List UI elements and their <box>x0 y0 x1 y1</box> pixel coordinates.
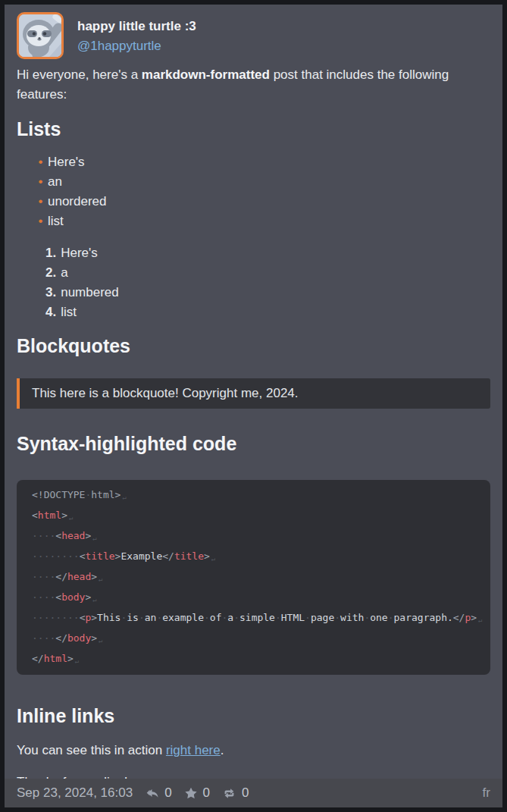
intro-paragraph: Hi everyone, here's a markdown-formatted… <box>17 65 490 105</box>
list-item-number: 4. <box>45 305 56 319</box>
code-line: ····</body>↵ <box>32 629 475 650</box>
code-line: <!DOCTYPE·html>↵ <box>32 486 475 506</box>
code-line: <html>↵ <box>32 506 475 527</box>
list-item-text: list <box>48 212 64 231</box>
list-item: 2.a <box>17 263 490 283</box>
intro-bold-text: markdown-formatted <box>142 67 270 82</box>
author-display-name: happy little turtle :3 <box>77 17 196 36</box>
list-item-number: 1. <box>45 246 56 260</box>
sloth-avatar-image <box>19 14 61 57</box>
author-meta: happy little turtle :3 @1happyturtle <box>77 14 196 59</box>
bullet-marker: • <box>33 152 48 172</box>
intro-text-before: Hi everyone, here's a <box>17 67 142 82</box>
heading-inline-links: Inline links <box>17 705 490 727</box>
newline-marker: ↵ <box>211 555 215 563</box>
post-header: happy little turtle :3 @1happyturtle <box>17 12 490 59</box>
language-tag: fr <box>483 785 490 801</box>
heading-lists: Lists <box>17 118 490 140</box>
list-item-text: an <box>48 172 62 192</box>
reply-icon <box>145 786 159 801</box>
link-text-after: . <box>221 743 224 757</box>
list-item: 4.list <box>17 303 490 322</box>
bullet-marker: • <box>33 212 48 231</box>
unordered-list: •Here's•an•unordered•list <box>17 152 490 231</box>
list-item-text: a <box>61 265 67 280</box>
list-item-text: list <box>61 305 77 319</box>
list-item-text: Here's <box>61 246 98 260</box>
post-card: happy little turtle :3 @1happyturtle Hi … <box>0 0 507 812</box>
list-item: 3.numbered <box>17 283 490 303</box>
post-content: happy little turtle :3 @1happyturtle Hi … <box>5 5 502 779</box>
list-item-number: 3. <box>45 285 56 299</box>
bullet-marker: • <box>33 192 48 212</box>
newline-marker: ↵ <box>122 494 126 501</box>
newline-marker: ↵ <box>99 637 102 644</box>
code-line: </html>↵ <box>32 650 475 670</box>
code-line: ····<head>↵ <box>32 527 475 547</box>
right-here-link[interactable]: right here <box>166 743 221 757</box>
list-item: •list <box>17 212 490 231</box>
reply-count: 0 <box>164 785 171 801</box>
boost-count: 0 <box>242 785 249 801</box>
boost-button[interactable]: 0 <box>222 785 249 801</box>
heading-blockquotes: Blockquotes <box>17 335 490 357</box>
code-line: ········<p>This·is·an·example·of·a·simpl… <box>32 609 475 629</box>
code-line: ····</head>↵ <box>32 568 475 588</box>
link-text-before: You can see this in action <box>17 743 166 757</box>
inline-links-paragraph: You can see this in action right here. <box>17 741 490 760</box>
author-handle[interactable]: @1happyturtle <box>77 36 196 56</box>
list-item: •Here's <box>17 152 490 172</box>
list-item-text: numbered <box>61 285 119 299</box>
outro-paragraph: Thanks for reading! <box>17 773 490 779</box>
reply-button[interactable]: 0 <box>145 785 171 801</box>
newline-marker: ↵ <box>478 616 482 624</box>
bullet-marker: • <box>33 172 48 192</box>
newline-marker: ↵ <box>99 575 102 583</box>
list-item: 1.Here's <box>17 243 490 263</box>
heading-syntax-highlighted-code: Syntax-highlighted code <box>17 433 490 455</box>
avatar[interactable] <box>17 12 64 59</box>
newline-marker: ↵ <box>92 596 96 604</box>
newline-marker: ↵ <box>75 657 79 665</box>
star-icon <box>184 786 198 800</box>
code-block: <!DOCTYPE·html>↵<html>↵····<head>↵······… <box>17 480 490 675</box>
newline-marker: ↵ <box>69 514 73 522</box>
favourite-button[interactable]: 0 <box>184 785 210 801</box>
list-item-text: unordered <box>48 192 107 212</box>
blockquote: This here is a blockquote! Copyright me,… <box>17 378 490 409</box>
list-item: •unordered <box>17 192 490 212</box>
list-item-text: Here's <box>48 152 85 172</box>
ordered-list: 1.Here's2.a3.numbered4.list <box>17 243 490 322</box>
code-line: ········<title>Example</title>↵ <box>32 547 475 568</box>
boost-icon <box>222 786 236 801</box>
newline-marker: ↵ <box>92 535 96 542</box>
timestamp[interactable]: Sep 23, 2024, 16:03 <box>17 785 133 801</box>
code-line: ····<body>↵ <box>32 588 475 609</box>
post-footer: Sep 23, 2024, 16:03 0 0 0 fr <box>5 779 502 807</box>
list-item: •an <box>17 172 490 192</box>
favourite-count: 0 <box>203 785 210 801</box>
list-item-number: 2. <box>45 265 56 280</box>
